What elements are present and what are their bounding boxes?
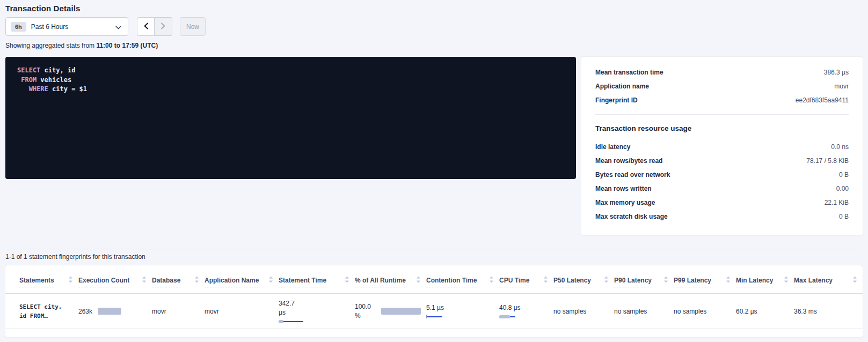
summary-label: Max memory usage bbox=[595, 199, 655, 206]
divider bbox=[6, 249, 862, 249]
sql-line: SELECT city, id bbox=[17, 66, 564, 76]
column-header-contention-time[interactable]: Contention Time bbox=[426, 265, 499, 294]
column-header-cpu-time[interactable]: CPU Time bbox=[499, 265, 553, 294]
chevron-left-icon bbox=[144, 23, 148, 31]
sql-statement-box: SELECT city, id FROM vehicles WHERE city… bbox=[5, 57, 576, 179]
sort-icon[interactable] bbox=[268, 276, 273, 285]
statement-link[interactable]: SELECT city, id FROM… bbox=[19, 302, 73, 321]
time-step-buttons bbox=[137, 17, 172, 36]
percent-runtime-bar bbox=[381, 308, 421, 315]
chevron-right-icon bbox=[161, 23, 165, 31]
column-header-min-latency[interactable]: Min Latency bbox=[736, 265, 794, 294]
statements-table: Statements Execution Count Database Appl… bbox=[5, 265, 863, 329]
sort-icon[interactable] bbox=[784, 276, 789, 285]
sort-icon[interactable] bbox=[345, 276, 349, 285]
divider bbox=[595, 114, 849, 115]
summary-label: Fingerprint ID bbox=[595, 96, 638, 104]
column-header-percent-of-all-runtime[interactable]: % of All Runtime bbox=[355, 265, 426, 294]
summary-row: Max memory usage 22.1 KiB bbox=[595, 196, 849, 210]
summary-value: ee2df683f5aa9411 bbox=[796, 96, 849, 104]
cpu-time-bar bbox=[499, 315, 515, 319]
statement-row: SELECT city, id FROM… 263k movr movr 342… bbox=[5, 294, 863, 329]
sort-icon[interactable] bbox=[543, 276, 548, 285]
summary-row: Application name movr bbox=[595, 79, 849, 93]
column-header-execution-count[interactable]: Execution Count bbox=[78, 265, 152, 294]
column-header-p99-latency[interactable]: P99 Latency bbox=[674, 265, 736, 294]
sort-icon[interactable] bbox=[604, 276, 609, 285]
sort-icon[interactable] bbox=[142, 276, 147, 285]
summary-label: Mean rows/bytes read bbox=[595, 157, 662, 165]
time-range-badge: 6h bbox=[11, 22, 26, 32]
summary-value: 0 B bbox=[839, 171, 849, 179]
table-header-row: Statements Execution Count Database Appl… bbox=[5, 265, 863, 294]
transaction-details-page: Transaction Details 6h Past 6 Hours Now bbox=[0, 0, 868, 342]
summary-row: Idle latency 0.0 ns bbox=[595, 140, 849, 154]
summary-label: Bytes read over network bbox=[595, 171, 670, 179]
sort-icon[interactable] bbox=[663, 276, 668, 285]
sort-icon[interactable] bbox=[489, 276, 494, 285]
statements-table-card: Statements Execution Count Database Appl… bbox=[5, 265, 863, 337]
time-range-selector[interactable]: 6h Past 6 Hours bbox=[5, 17, 128, 36]
now-button[interactable]: Now bbox=[180, 17, 206, 36]
main-content: SELECT city, id FROM vehicles WHERE city… bbox=[5, 57, 863, 235]
cell-database: movr bbox=[152, 294, 205, 329]
sql-keyword: SELECT bbox=[17, 66, 40, 74]
summary-value: 0 B bbox=[839, 213, 849, 220]
contention-time-bar bbox=[426, 315, 442, 319]
cell-application-name: movr bbox=[205, 294, 279, 329]
summary-row: Mean rows written 0.00 bbox=[595, 182, 849, 196]
cpu-time-value: 40.8 µs bbox=[499, 303, 523, 313]
summary-label: Application name bbox=[595, 83, 649, 90]
time-controls: 6h Past 6 Hours Now bbox=[5, 17, 863, 36]
page-title: Transaction Details bbox=[5, 4, 863, 13]
column-header-max-latency[interactable]: Max Latency bbox=[794, 265, 863, 294]
sort-icon[interactable] bbox=[726, 276, 731, 285]
cell-min-latency: 60.2 µs bbox=[736, 294, 794, 329]
column-header-application-name[interactable]: Application Name bbox=[205, 265, 279, 294]
cell-statement: SELECT city, id FROM… bbox=[5, 294, 78, 329]
transaction-summary-card: Mean transaction time 386.3 µs Applicati… bbox=[581, 57, 863, 235]
cell-p50-latency: no samples bbox=[553, 294, 614, 329]
cell-p90-latency: no samples bbox=[614, 294, 674, 329]
summary-value: 22.1 KiB bbox=[825, 199, 849, 206]
aggregation-range-value: 11:00 to 17:59 (UTC) bbox=[96, 42, 158, 49]
contention-time-value: 5.1 µs bbox=[426, 303, 494, 313]
prev-time-range-button[interactable] bbox=[137, 17, 155, 36]
column-header-statements[interactable]: Statements bbox=[5, 265, 78, 294]
column-header-statement-time[interactable]: Statement Time bbox=[279, 265, 355, 294]
summary-row: Mean rows/bytes read 78.17 / 5.8 KiB bbox=[595, 154, 849, 168]
next-time-range-button[interactable] bbox=[155, 17, 172, 36]
summary-row: Fingerprint ID ee2df683f5aa9411 bbox=[595, 93, 849, 107]
sql-line: WHERE city = $1 bbox=[17, 85, 564, 94]
percent-runtime-value: 100.0 % bbox=[355, 302, 376, 321]
aggregation-range-prefix: Showing aggregated stats from bbox=[5, 42, 96, 49]
statement-time-bar bbox=[279, 319, 303, 324]
summary-value: movr bbox=[834, 83, 849, 90]
statement-time-value: 342.7 µs bbox=[279, 299, 302, 317]
column-header-p50-latency[interactable]: P50 Latency bbox=[553, 265, 614, 294]
chevron-down-icon bbox=[115, 22, 121, 32]
summary-value: 0.0 ns bbox=[831, 143, 849, 151]
sort-icon[interactable] bbox=[852, 276, 857, 285]
aggregation-range-text: Showing aggregated stats from 11:00 to 1… bbox=[5, 42, 863, 49]
cell-max-latency: 36.3 ms bbox=[794, 294, 863, 329]
execution-count-value: 263k bbox=[78, 308, 92, 315]
sort-icon[interactable] bbox=[416, 276, 421, 285]
execution-count-bar bbox=[98, 308, 121, 315]
cell-percent-of-all-runtime: 100.0 % bbox=[355, 294, 426, 329]
sort-icon[interactable] bbox=[68, 276, 73, 285]
sql-keyword: FROM bbox=[21, 76, 37, 84]
cell-execution-count: 263k bbox=[78, 294, 152, 329]
sql-keyword: WHERE bbox=[29, 85, 48, 93]
column-header-database[interactable]: Database bbox=[152, 265, 205, 294]
summary-row: Max scratch disk usage 0 B bbox=[595, 210, 849, 224]
summary-label: Max scratch disk usage bbox=[595, 213, 668, 220]
summary-value: 0.00 bbox=[836, 185, 849, 192]
time-range-label: Past 6 Hours bbox=[31, 23, 115, 31]
summary-label: Mean rows written bbox=[595, 185, 652, 192]
summary-row: Bytes read over network 0 B bbox=[595, 168, 849, 182]
column-header-p90-latency[interactable]: P90 Latency bbox=[614, 265, 674, 294]
sort-icon[interactable] bbox=[194, 276, 199, 285]
summary-value: 78.17 / 5.8 KiB bbox=[806, 157, 849, 165]
summary-label: Idle latency bbox=[595, 143, 630, 151]
